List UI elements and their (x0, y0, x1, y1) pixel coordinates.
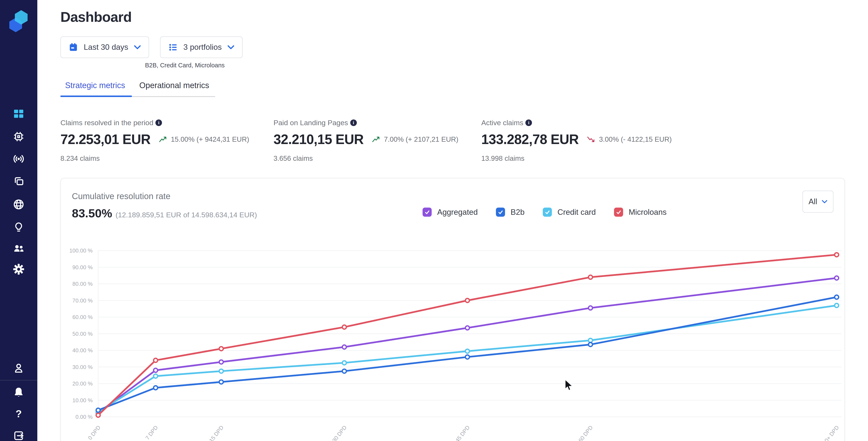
legend-checkbox-aggregated[interactable] (423, 208, 432, 217)
svg-text:90.00 %: 90.00 % (72, 264, 93, 270)
legend-label: Credit card (557, 208, 596, 217)
sidebar-item-broadcast[interactable] (0, 150, 37, 167)
metric-value: 72.253,01 EUR (60, 132, 151, 147)
tab-strategic-metrics[interactable]: Strategic metrics (65, 81, 125, 90)
legend-checkbox-b2b[interactable] (496, 208, 505, 217)
date-range-button[interactable]: Last 30 days (60, 36, 149, 58)
resolution-chart: 0.00 %10.00 %20.00 %30.00 %40.00 %50.00 … (61, 239, 845, 441)
app-logo (0, 8, 37, 32)
metric-trend: 15.00% (+ 9424,31 EUR) (158, 135, 249, 143)
svg-text:80.00 %: 80.00 % (72, 281, 93, 287)
sidebar-item-web[interactable] (0, 196, 37, 213)
sidebar-item-users[interactable] (0, 240, 37, 257)
sidebar-item-account[interactable] (0, 360, 37, 377)
svg-text:60 DPD: 60 DPD (577, 424, 594, 441)
sidebar-item-help[interactable]: ? (0, 406, 37, 422)
sidebar-item-automation[interactable] (0, 128, 37, 145)
svg-text:0 DPD: 0 DPD (87, 424, 102, 441)
metric-claims-count: 3.656 claims (274, 155, 473, 163)
metric-claims-count: 8.234 claims (60, 155, 260, 163)
sidebar-item-dashboard[interactable] (0, 105, 37, 122)
svg-text:20.00 %: 20.00 % (72, 380, 93, 387)
legend-label: Microloans (629, 208, 666, 217)
metric-trend: 7.00% (+ 2107,21 EUR) (371, 135, 458, 143)
users-icon (12, 242, 25, 255)
trend-arrow-icon (158, 136, 168, 143)
sidebar-item-notifications[interactable] (0, 384, 37, 401)
check-icon (498, 209, 503, 215)
gear-icon (12, 263, 25, 275)
sidebar-item-insights[interactable] (0, 218, 37, 236)
legend-item[interactable]: B2b (496, 208, 525, 217)
chip-icon (12, 131, 25, 143)
chevron-down-icon (134, 45, 141, 49)
trend-arrow-icon (586, 136, 596, 143)
svg-text:70.00 %: 70.00 % (72, 297, 93, 304)
chart-scope-select[interactable]: All (803, 191, 833, 213)
resolution-rate-value: 83.50% (72, 206, 112, 220)
date-range-label: Last 30 days (84, 43, 128, 52)
svg-text:45 DPD: 45 DPD (454, 424, 471, 441)
metric-label: Claims resolved in the period (60, 118, 153, 127)
tab-operational-metrics[interactable]: Operational metrics (139, 81, 209, 90)
chart-scope-value: All (808, 197, 817, 206)
list-icon (168, 42, 178, 52)
svg-text:50.00 %: 50.00 % (72, 331, 93, 337)
check-icon (424, 209, 430, 215)
chart-title: Cumulative resolution rate (72, 192, 170, 201)
tiles-icon (12, 108, 25, 120)
svg-text:30.00 %: 30.00 % (72, 364, 93, 370)
chart-legend: Aggregated B2b Credit card Microloans (423, 208, 666, 217)
resolution-rate-detail: (12.189.859,51 EUR of 14.598.634,14 EUR) (116, 211, 257, 219)
svg-text:40.00 %: 40.00 % (72, 347, 93, 353)
metric-trend-text: 15.00% (+ 9424,31 EUR) (171, 135, 249, 143)
bell-icon (12, 386, 25, 399)
check-icon (545, 209, 550, 215)
sidebar-divider (0, 380, 37, 380)
metrics-tabs: Strategic metrics Operational metrics (60, 81, 215, 97)
sidebar-item-portfolios[interactable] (0, 173, 37, 190)
info-icon[interactable]: i (525, 120, 532, 126)
trend-arrow-icon (371, 136, 381, 143)
legend-label: Aggregated (437, 208, 478, 217)
svg-text:15 DPD: 15 DPD (208, 424, 225, 441)
metric-trend-text: 7.00% (+ 2107,21 EUR) (384, 135, 458, 143)
legend-checkbox-microloans[interactable] (614, 208, 623, 217)
portfolio-filter-button[interactable]: 3 portfolios (160, 36, 243, 58)
dashboard-screen: ? Dashboard Last 30 days (0, 0, 868, 441)
legend-item[interactable]: Microloans (614, 208, 666, 217)
lightbulb-icon (12, 221, 25, 233)
metric-claims-count: 13.998 claims (481, 155, 681, 163)
info-icon[interactable]: i (350, 120, 357, 126)
svg-text:30 DPD: 30 DPD (331, 424, 348, 441)
sidebar-item-settings[interactable] (0, 261, 37, 278)
portfolio-sublabel: B2B, Credit Card, Microloans (145, 62, 225, 69)
legend-item[interactable]: Credit card (543, 208, 596, 217)
question-icon: ? (12, 408, 25, 420)
portfolio-filter-label: 3 portfolios (183, 43, 222, 52)
logout-icon (12, 430, 25, 441)
legend-checkbox-credit-card[interactable] (543, 208, 552, 217)
svg-text:90+ DPD: 90+ DPD (822, 424, 840, 441)
chevron-down-icon (822, 200, 828, 204)
active-tab-underline (60, 96, 132, 97)
svg-text:10.00 %: 10.00 % (72, 397, 93, 404)
metric-paid-landing-pages: Paid on Landing Pages i 32.210,15 EUR 7.… (274, 118, 473, 163)
sidebar: ? (0, 0, 37, 441)
globe-icon (12, 198, 25, 210)
sidebar-item-logout[interactable] (0, 427, 37, 441)
broadcast-icon (12, 153, 25, 165)
legend-item[interactable]: Aggregated (423, 208, 478, 217)
svg-text:0.00 %: 0.00 % (75, 414, 93, 420)
metric-trend-text: 3.00% (- 4122,15 EUR) (599, 135, 672, 143)
metric-claims-resolved: Claims resolved in the period i 72.253,0… (60, 118, 260, 163)
metric-value: 32.210,15 EUR (274, 132, 364, 147)
metric-label: Active claims (481, 118, 523, 127)
calendar-icon (68, 42, 78, 52)
metric-value: 133.282,78 EUR (481, 132, 579, 147)
legend-label: B2b (510, 208, 525, 217)
info-icon[interactable]: i (155, 120, 162, 126)
filter-row: Last 30 days 3 portfolios (60, 36, 243, 58)
svg-text:7 DPD: 7 DPD (144, 424, 159, 441)
chevron-down-icon (227, 45, 235, 49)
